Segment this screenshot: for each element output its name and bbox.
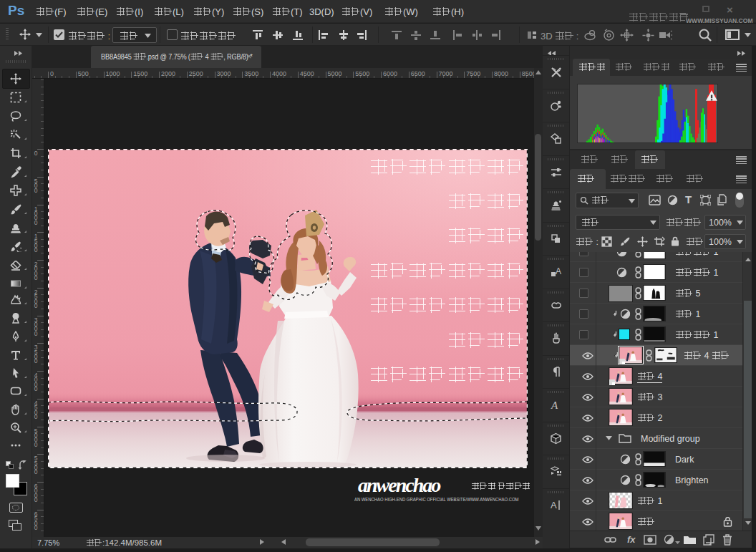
svg-text:A: A <box>556 266 561 276</box>
svg-text:A: A <box>551 500 557 510</box>
svg-text:A: A <box>551 400 558 411</box>
